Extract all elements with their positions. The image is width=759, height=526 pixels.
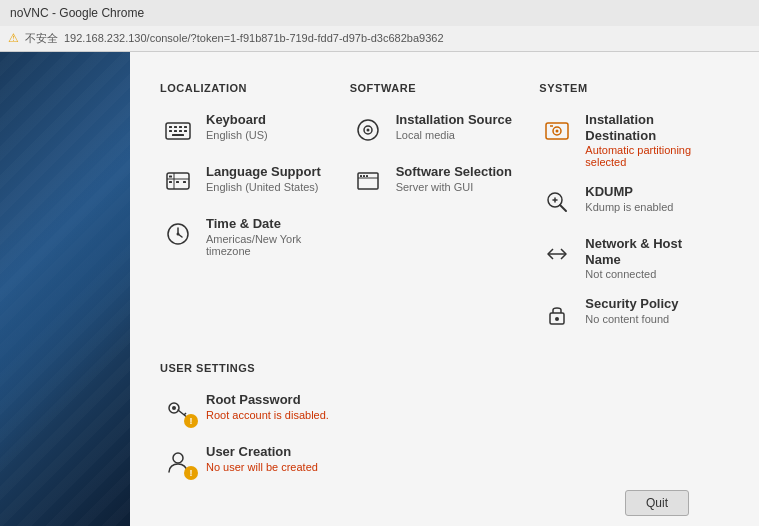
svg-rect-16 — [169, 176, 172, 178]
bottom-row: USER SETTINGS ! — [160, 362, 729, 480]
installation-source-text: Installation Source Local media — [396, 112, 520, 141]
svg-rect-28 — [366, 175, 368, 177]
time-date-subtitle: Americas/New York timezone — [206, 233, 330, 257]
svg-point-42 — [172, 406, 176, 410]
keyboard-item[interactable]: Keyboard English (US) — [160, 112, 330, 148]
system-items: Installation Destination Automatic parti… — [539, 112, 709, 332]
cd-icon — [350, 112, 386, 148]
svg-point-23 — [366, 129, 369, 132]
security-label: 不安全 — [25, 31, 58, 46]
svg-point-43 — [173, 453, 183, 463]
svg-rect-13 — [169, 181, 172, 183]
localization-items: Keyboard English (US) — [160, 112, 330, 257]
svg-point-20 — [177, 233, 180, 236]
disk-icon — [539, 112, 575, 148]
kdump-subtitle: Kdump is enabled — [585, 201, 709, 213]
keyboard-icon — [160, 112, 196, 148]
keyboard-subtitle: English (US) — [206, 129, 330, 141]
installation-destination-subtitle: Automatic partitioning selected — [585, 144, 709, 168]
main-content: LOCALIZATION — [0, 52, 759, 526]
localization-title: LOCALIZATION — [160, 82, 330, 94]
svg-rect-1 — [169, 126, 172, 128]
installation-destination-text: Installation Destination Automatic parti… — [585, 112, 709, 168]
network-hostname-subtitle: Not connected — [585, 268, 709, 280]
svg-rect-5 — [169, 130, 172, 132]
svg-rect-8 — [184, 130, 187, 132]
svg-rect-6 — [174, 130, 177, 132]
time-date-title: Time & Date — [206, 216, 330, 232]
sidebar — [0, 52, 130, 526]
security-policy-text: Security Policy No content found — [585, 296, 709, 325]
user-creation-title: User Creation — [206, 444, 330, 460]
network-hostname-item[interactable]: Network & Host Name Not connected — [539, 236, 709, 280]
browser-title: noVNC - Google Chrome — [10, 6, 144, 20]
svg-point-31 — [556, 130, 559, 133]
language-icon — [160, 164, 196, 200]
keyboard-text: Keyboard English (US) — [206, 112, 330, 141]
time-date-item[interactable]: Time & Date Americas/New York timezone — [160, 216, 330, 257]
time-date-text: Time & Date Americas/New York timezone — [206, 216, 330, 257]
svg-rect-15 — [183, 181, 186, 183]
language-text: Language Support English (United States) — [206, 164, 330, 193]
security-warning-icon: ⚠ — [8, 31, 19, 45]
software-section: SOFTWARE Installation Source Lo — [350, 82, 540, 332]
svg-point-38 — [555, 317, 559, 321]
svg-rect-4 — [184, 126, 187, 128]
installation-source-title: Installation Source — [396, 112, 520, 128]
software-selection-text: Software Selection Server with GUI — [396, 164, 520, 193]
svg-rect-7 — [179, 130, 182, 132]
content-panel: LOCALIZATION — [130, 52, 759, 526]
title-bar: noVNC - Google Chrome — [0, 0, 759, 26]
system-section: SYSTEM Installation Destinat — [539, 82, 729, 332]
software-selection-item[interactable]: Software Selection Server with GUI — [350, 164, 520, 200]
key-icon: ! — [160, 392, 196, 428]
window-icon — [350, 164, 386, 200]
security-policy-title: Security Policy — [585, 296, 709, 312]
root-password-item[interactable]: ! Root Password Root account is disabled… — [160, 392, 330, 428]
installation-destination-title: Installation Destination — [585, 112, 709, 143]
software-title: SOFTWARE — [350, 82, 520, 94]
software-items: Installation Source Local media — [350, 112, 520, 200]
software-selection-subtitle: Server with GUI — [396, 181, 520, 193]
svg-rect-3 — [179, 126, 182, 128]
svg-rect-14 — [176, 181, 179, 183]
root-password-warning-badge: ! — [184, 414, 198, 428]
kdump-text: KDUMP Kdump is enabled — [585, 184, 709, 213]
software-selection-title: Software Selection — [396, 164, 520, 180]
security-policy-subtitle: No content found — [585, 313, 709, 325]
network-hostname-text: Network & Host Name Not connected — [585, 236, 709, 280]
localization-section: LOCALIZATION — [160, 82, 350, 332]
lock-icon — [539, 296, 575, 332]
user-creation-warning-badge: ! — [184, 466, 198, 480]
svg-line-34 — [560, 205, 566, 211]
clock-icon — [160, 216, 196, 252]
installation-source-item[interactable]: Installation Source Local media — [350, 112, 520, 148]
svg-rect-9 — [172, 134, 184, 136]
network-hostname-title: Network & Host Name — [585, 236, 709, 267]
quit-area: Quit — [625, 490, 689, 516]
user-creation-item[interactable]: ! User Creation No user will be created — [160, 444, 330, 480]
svg-rect-26 — [360, 175, 362, 177]
top-sections: LOCALIZATION — [160, 82, 729, 332]
language-title: Language Support — [206, 164, 330, 180]
root-password-title: Root Password — [206, 392, 330, 408]
address-bar: ⚠ 不安全 192.168.232.130/console/?token=1-f… — [0, 26, 759, 52]
svg-rect-2 — [174, 126, 177, 128]
kdump-item[interactable]: KDUMP Kdump is enabled — [539, 184, 709, 220]
security-policy-item[interactable]: Security Policy No content found — [539, 296, 709, 332]
user-settings-section: USER SETTINGS ! — [160, 362, 350, 480]
search-icon — [539, 184, 575, 220]
system-title: SYSTEM — [539, 82, 709, 94]
language-item[interactable]: Language Support English (United States) — [160, 164, 330, 200]
network-icon — [539, 236, 575, 272]
installation-destination-item[interactable]: Installation Destination Automatic parti… — [539, 112, 709, 168]
root-password-text: Root Password Root account is disabled. — [206, 392, 330, 421]
language-subtitle: English (United States) — [206, 181, 330, 193]
quit-button[interactable]: Quit — [625, 490, 689, 516]
keyboard-title: Keyboard — [206, 112, 330, 128]
kdump-title: KDUMP — [585, 184, 709, 200]
user-creation-subtitle: No user will be created — [206, 461, 330, 473]
address-text: 192.168.232.130/console/?token=1-f91b871… — [64, 32, 444, 44]
browser-chrome: noVNC - Google Chrome ⚠ 不安全 192.168.232.… — [0, 0, 759, 52]
user-creation-text: User Creation No user will be created — [206, 444, 330, 473]
